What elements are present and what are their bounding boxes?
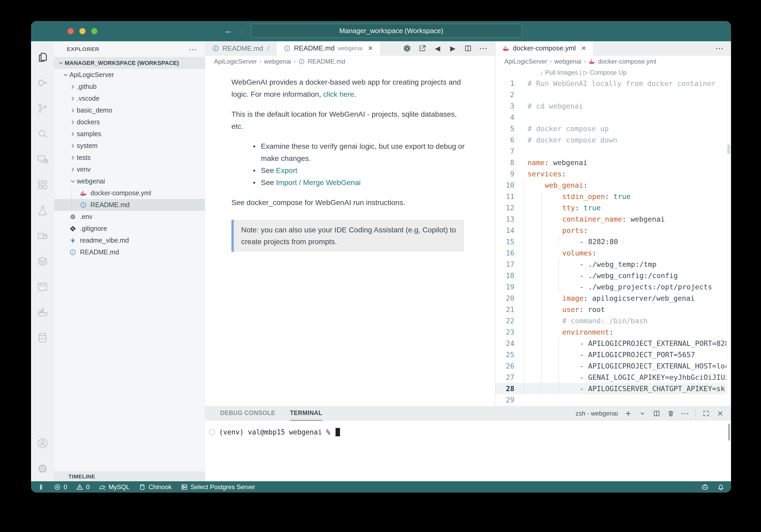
plus-icon[interactable] — [624, 409, 632, 417]
code-line-13[interactable]: 13container_name: webgenai — [496, 213, 731, 225]
code-line-19[interactable]: 19- ./webg_projects:/opt/projects — [496, 281, 731, 293]
code-line-6[interactable]: 6# docker compose down — [496, 134, 731, 146]
openai-icon[interactable] — [403, 44, 411, 53]
code-line-10[interactable]: 10web_genai: — [496, 180, 731, 191]
terminal-body[interactable]: (venv) val@mbp15 webgenai % — [205, 421, 731, 481]
tri-left-icon[interactable]: ◀ — [433, 44, 442, 53]
activity-item-extensions[interactable] — [35, 172, 50, 197]
share-icon[interactable] — [418, 44, 427, 53]
toggle-panel-button[interactable] — [701, 26, 711, 36]
activity-item-docker[interactable] — [35, 299, 50, 325]
tree-item-tests[interactable]: tests — [54, 152, 205, 164]
activity-item-testing[interactable] — [35, 197, 50, 223]
code-line-3[interactable]: 3# cd webgenai — [496, 100, 731, 112]
activity-item-account[interactable] — [35, 430, 50, 456]
code-line-14[interactable]: 14ports: — [496, 225, 731, 236]
breadcrumb-item[interactable]: ApiLogicServer — [214, 58, 257, 65]
navigate-forward-button[interactable]: → — [237, 26, 248, 35]
code-line-26[interactable]: 26- APILOGICPROJECT_EXTERNAL_HOST=localh… — [496, 360, 731, 372]
command-center-search[interactable]: Manager_workspace (Workspace) — [251, 24, 522, 38]
terminal-scrollbar[interactable] — [728, 424, 730, 441]
tree-item--gitignore[interactable]: .gitignore — [54, 223, 205, 235]
activity-item-search[interactable] — [35, 121, 50, 146]
navigate-back-button[interactable]: ← — [223, 26, 235, 35]
code-line-1[interactable]: 1# Run WebGenAI locally from docker cont… — [496, 78, 731, 89]
copilot-chevron-icon[interactable] — [544, 28, 551, 38]
tree-item-readme-vibe-md[interactable]: readme_vibe.md — [54, 235, 205, 246]
status-warnings[interactable]: 0 — [76, 483, 89, 491]
activity-item-source-control[interactable] — [35, 95, 50, 121]
tree-item-dockers[interactable]: dockers — [54, 116, 205, 128]
more-icon[interactable]: ⋯ — [715, 44, 724, 53]
copilot-chat-button[interactable] — [530, 26, 540, 36]
code-line-18[interactable]: 18- ./webg_config:/config — [496, 270, 731, 281]
code-line-25[interactable]: 25- APILOGICPROJECT_PORT=5657 — [496, 349, 731, 360]
tree-item-apilogicserver[interactable]: ApiLogicServer — [54, 69, 205, 81]
activity-item-remote-explorer[interactable] — [35, 146, 50, 172]
close-window-button[interactable] — [68, 28, 74, 34]
tree-item-readme-md[interactable]: README.md — [54, 246, 205, 258]
tree-item--env[interactable]: .env — [54, 211, 205, 223]
code-line-28[interactable]: 28- APILOGICSERVER_CHATGPT_APIKEY=sk-p — [496, 383, 731, 394]
code-line-2[interactable]: 2 — [496, 89, 731, 100]
tree-item--github[interactable]: .github — [54, 81, 205, 92]
code-line-4[interactable]: 4 — [496, 112, 731, 123]
toggle-secondary-sidebar-button[interactable] — [715, 26, 725, 36]
breadcrumb-right[interactable]: ApiLogicServer›webgenai›docker-compose.y… — [496, 56, 731, 67]
code-line-16[interactable]: 16volumes: — [496, 247, 731, 259]
explorer-more-actions-icon[interactable]: ⋯ — [189, 45, 197, 54]
status-select-postgres-server[interactable]: Select Postgres Server — [181, 483, 255, 491]
editor-scrollbar[interactable] — [726, 78, 731, 406]
codelens-actions[interactable]: ↓ Pull Images | ▷ Compose Up — [496, 67, 731, 78]
code-line-22[interactable]: 22# command: /bin/bash — [496, 315, 731, 327]
timeline-section[interactable]: TIMELINE — [54, 472, 205, 481]
code-line-5[interactable]: 5# docker compose up — [496, 123, 731, 134]
code-line-8[interactable]: 8name: webgenai — [496, 157, 731, 168]
tab-debug-console[interactable]: DEBUG CONSOLE — [220, 406, 275, 421]
tab-readme-md[interactable]: README.mdwebgenai✕ — [277, 41, 380, 55]
status-remote-indicator[interactable] — [37, 483, 45, 491]
code-line-23[interactable]: 23environment: — [496, 327, 731, 338]
code-editor[interactable]: 1# Run WebGenAI locally from docker cont… — [496, 78, 731, 406]
splitp-icon[interactable] — [653, 409, 661, 417]
status-copilot[interactable] — [701, 483, 709, 491]
code-line-29[interactable]: 29 — [496, 394, 731, 405]
activity-item-run-debug[interactable] — [35, 70, 50, 95]
breadcrumb-item[interactable]: docker-compose.yml — [598, 58, 656, 65]
status-errors[interactable]: 0 — [54, 483, 67, 491]
tab-terminal[interactable]: TERMINAL — [290, 406, 322, 421]
activity-item-layers[interactable] — [35, 248, 50, 274]
activity-item-save[interactable] — [35, 274, 50, 299]
markdown-link[interactable]: click here — [323, 90, 354, 98]
tab-readme-md[interactable]: README.md./ — [205, 41, 277, 55]
status-notifications[interactable] — [717, 483, 725, 491]
tri-right-icon[interactable]: ▶ — [448, 44, 457, 53]
tab-docker-compose-yml[interactable]: docker-compose.yml✕ — [496, 41, 594, 55]
activity-item-settings[interactable] — [35, 456, 50, 481]
minimize-window-button[interactable] — [80, 28, 86, 34]
split-icon[interactable] — [464, 44, 472, 53]
code-line-12[interactable]: 12tty: true — [496, 202, 731, 213]
code-line-17[interactable]: 17- ./webg_temp:/tmp — [496, 259, 731, 270]
customize-layout-button[interactable] — [673, 26, 683, 36]
chev-small-icon[interactable] — [638, 409, 646, 417]
breadcrumb-center[interactable]: ApiLogicServer›webgenai›README.md — [205, 56, 495, 67]
code-line-20[interactable]: 20image: apilogicserver/web_genai — [496, 293, 731, 304]
code-line-24[interactable]: 24- APILOGICPROJECT_EXTERNAL_PORT=8282 — [496, 338, 731, 349]
terminal-instance-label[interactable]: zsh - webgenai — [564, 409, 618, 417]
breadcrumb-item[interactable]: README.md — [308, 58, 345, 65]
breadcrumb-item[interactable]: webgenai — [264, 58, 291, 65]
breadcrumb-item[interactable]: ApiLogicServer — [504, 58, 547, 65]
breadcrumb-item[interactable]: webgenai — [554, 58, 581, 65]
markdown-link[interactable]: Import / Merge WebGenai — [276, 179, 361, 186]
trash-icon[interactable] — [667, 409, 675, 417]
tree-item-basic-demo[interactable]: basic_demo — [54, 104, 205, 116]
close-icon[interactable]: ✕ — [368, 45, 373, 52]
tree-item-samples[interactable]: samples — [54, 128, 205, 140]
activity-item-database[interactable] — [35, 325, 50, 350]
tree-item-manager-workspace-workspace-[interactable]: MANAGER_WORKSPACE (WORKSPACE) — [54, 57, 205, 69]
status-mysql[interactable]: MySQL — [99, 483, 130, 491]
code-line-27[interactable]: 27- GENAI_LOGIC_APIKEY=eyJhbGciOiJIUzI — [496, 372, 731, 383]
close-icon[interactable]: ✕ — [581, 45, 586, 52]
tree-item-system[interactable]: system — [54, 140, 205, 152]
